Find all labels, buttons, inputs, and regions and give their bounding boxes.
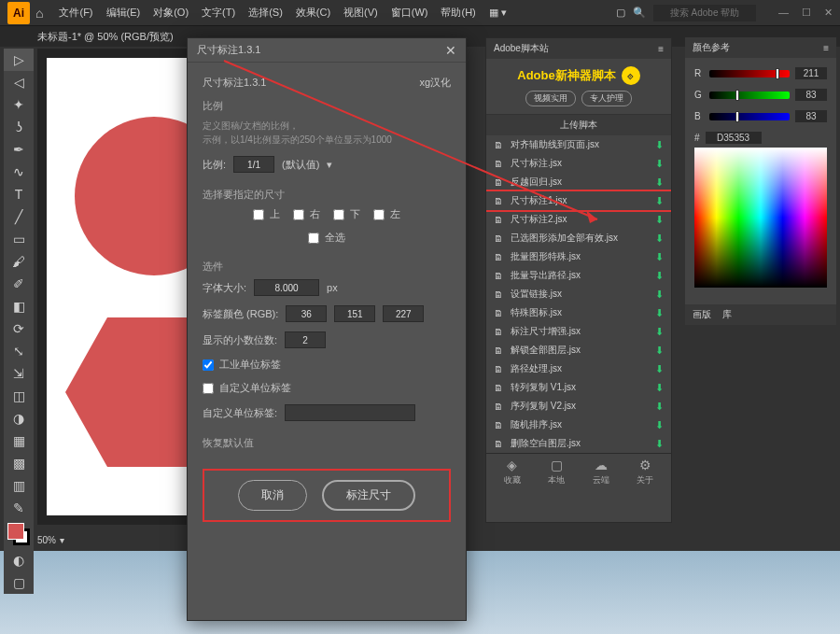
script-item[interactable]: 🗎对齐辅助线到页面.jsx⬇ <box>486 135 671 154</box>
footer-fav[interactable]: ◈收藏 <box>504 458 521 486</box>
menu-window[interactable]: 窗口(W) <box>385 6 435 20</box>
script-item[interactable]: 🗎序列复制 V2.jsx⬇ <box>486 397 671 416</box>
cancel-button[interactable]: 取消 <box>238 480 307 511</box>
custom-unit-chk[interactable] <box>203 383 214 394</box>
color-panel-tab[interactable]: 颜色参考≡ <box>685 37 836 58</box>
download-icon[interactable]: ⬇ <box>655 270 664 282</box>
menu-help[interactable]: 帮助(H) <box>434 6 482 20</box>
download-icon[interactable]: ⬇ <box>655 363 664 375</box>
lasso-tool[interactable]: ʖ <box>4 116 34 138</box>
shape-builder-tool[interactable]: ◑ <box>4 407 34 430</box>
scale-input[interactable] <box>233 156 274 173</box>
hex-value[interactable]: D35353 <box>706 132 762 144</box>
menu-select[interactable]: 选择(S) <box>242 6 289 20</box>
ok-button[interactable]: 标注尺寸 <box>322 480 415 511</box>
sub-btn-care[interactable]: 专人护理 <box>581 91 632 106</box>
script-item[interactable]: 🗎设置链接.jsx⬇ <box>486 285 671 303</box>
footer-about[interactable]: ⚙关于 <box>637 458 653 486</box>
perspective-tool[interactable]: ▦ <box>4 430 34 452</box>
menu-edit[interactable]: 编辑(E) <box>100 6 147 20</box>
script-item[interactable]: 🗎尺寸标注2.jsx⬇ <box>486 210 671 229</box>
script-item[interactable]: 🗎已选图形添加全部有效.jsx⬇ <box>486 229 671 247</box>
scale-tool[interactable]: ⤡ <box>4 340 34 362</box>
rotate-tool[interactable]: ⟳ <box>4 317 34 340</box>
menu-file[interactable]: 文件(F) <box>52 6 99 20</box>
side-left-chk[interactable] <box>373 209 385 220</box>
rgb-b-input[interactable] <box>383 305 424 322</box>
b-value[interactable]: 83 <box>795 110 827 122</box>
curvature-tool[interactable]: ∿ <box>4 161 34 183</box>
download-icon[interactable]: ⬇ <box>655 401 664 413</box>
zoom-dropdown-icon[interactable]: ▾ <box>60 535 64 545</box>
share-icon[interactable]: ▢ <box>616 7 625 19</box>
dialog-titlebar[interactable]: 尺寸标注1.3.1 ✕ <box>188 38 466 63</box>
line-tool[interactable]: ╱ <box>4 205 34 228</box>
download-icon[interactable]: ⬇ <box>655 382 664 394</box>
win-close[interactable]: ✕ <box>824 7 833 19</box>
free-transform-tool[interactable]: ◫ <box>4 385 34 407</box>
industrial-chk[interactable] <box>203 359 214 371</box>
custom-unit-input[interactable] <box>285 404 415 421</box>
download-icon[interactable]: ⬇ <box>655 214 664 226</box>
side-right-chk[interactable] <box>293 209 304 220</box>
search-icon[interactable]: 🔍 <box>633 7 646 19</box>
paintbrush-tool[interactable]: 🖌 <box>4 250 34 273</box>
color-panel-menu-icon[interactable]: ≡ <box>823 43 829 53</box>
download-icon[interactable]: ⬇ <box>655 139 664 151</box>
font-size-input[interactable] <box>254 279 319 296</box>
r-value[interactable]: 211 <box>795 67 827 79</box>
footer-local[interactable]: ▢本地 <box>548 458 565 486</box>
document-tab[interactable]: 未标题-1* @ 50% (RGB/预览) <box>37 30 174 44</box>
rgb-r-input[interactable] <box>286 305 327 322</box>
script-item[interactable]: 🗎解锁全部图层.jsx⬇ <box>486 341 671 359</box>
script-item[interactable]: 🗎反越回归.jsx⬇ <box>486 173 671 191</box>
rectangle-tool[interactable]: ▭ <box>4 228 34 250</box>
b-slider[interactable] <box>709 113 790 120</box>
r-slider[interactable] <box>709 70 790 77</box>
script-item[interactable]: 🗎批量导出路径.jsx⬇ <box>486 266 671 285</box>
menu-object[interactable]: 对象(O) <box>147 6 195 20</box>
sub-btn-video[interactable]: 视频实用 <box>525 91 576 106</box>
scale-dropdown-icon[interactable]: ▾ <box>327 159 332 171</box>
eyedropper-tool[interactable]: ✎ <box>4 497 34 519</box>
menu-view[interactable]: 视图(V) <box>337 6 385 20</box>
script-item[interactable]: 🗎批量图形特殊.jsx⬇ <box>486 247 671 266</box>
decimals-input[interactable] <box>285 331 326 348</box>
swatch-tab-library[interactable]: 库 <box>722 308 732 321</box>
zoom-value[interactable]: 50% <box>37 535 56 545</box>
pen-tool[interactable]: ✒ <box>4 138 34 161</box>
g-value[interactable]: 83 <box>795 89 827 101</box>
eraser-tool[interactable]: ◧ <box>4 295 34 317</box>
download-icon[interactable]: ⬇ <box>655 289 664 301</box>
mesh-tool[interactable]: ▩ <box>4 452 34 474</box>
direct-selection-tool[interactable]: ◁ <box>4 71 34 93</box>
swatch-tab-artboard[interactable]: 画版 <box>693 308 711 321</box>
rgb-g-input[interactable] <box>334 305 375 322</box>
side-down-chk[interactable] <box>333 209 344 220</box>
magic-wand-tool[interactable]: ✦ <box>4 93 34 116</box>
selection-tool[interactable]: ▷ <box>4 49 34 71</box>
workspace-switcher[interactable]: ▦ ▾ <box>483 7 513 19</box>
download-icon[interactable]: ⬇ <box>655 251 664 263</box>
win-maximize[interactable]: ☐ <box>802 7 811 19</box>
color-swatch[interactable] <box>7 523 30 545</box>
script-list[interactable]: 🗎对齐辅助线到页面.jsx⬇🗎尺寸标注.jsx⬇🗎反越回归.jsx⬇🗎尺寸标注1… <box>486 135 671 453</box>
draw-mode[interactable]: ◐ <box>4 549 34 571</box>
type-tool[interactable]: T <box>4 183 34 205</box>
download-icon[interactable]: ⬇ <box>655 307 664 319</box>
scripts-panel-tab[interactable]: Adobe脚本站 ≡ <box>486 38 671 59</box>
download-icon[interactable]: ⬇ <box>655 195 664 207</box>
script-item[interactable]: 🗎尺寸标注1.jsx⬇ <box>486 191 671 210</box>
download-icon[interactable]: ⬇ <box>655 232 664 245</box>
script-item[interactable]: 🗎特殊图标.jsx⬇ <box>486 303 671 322</box>
download-icon[interactable]: ⬇ <box>655 419 664 431</box>
script-item[interactable]: 🗎尺寸标注.jsx⬇ <box>486 154 671 173</box>
download-icon[interactable]: ⬇ <box>655 158 664 170</box>
dialog-close-icon[interactable]: ✕ <box>445 43 456 58</box>
home-icon[interactable]: ⌂ <box>35 6 43 21</box>
select-all-chk[interactable] <box>308 232 319 244</box>
menu-type[interactable]: 文字(T) <box>195 6 242 20</box>
shaper-tool[interactable]: ✐ <box>4 273 34 295</box>
menu-effect[interactable]: 效果(C) <box>289 6 337 20</box>
panel-menu-icon[interactable]: ≡ <box>658 44 664 54</box>
